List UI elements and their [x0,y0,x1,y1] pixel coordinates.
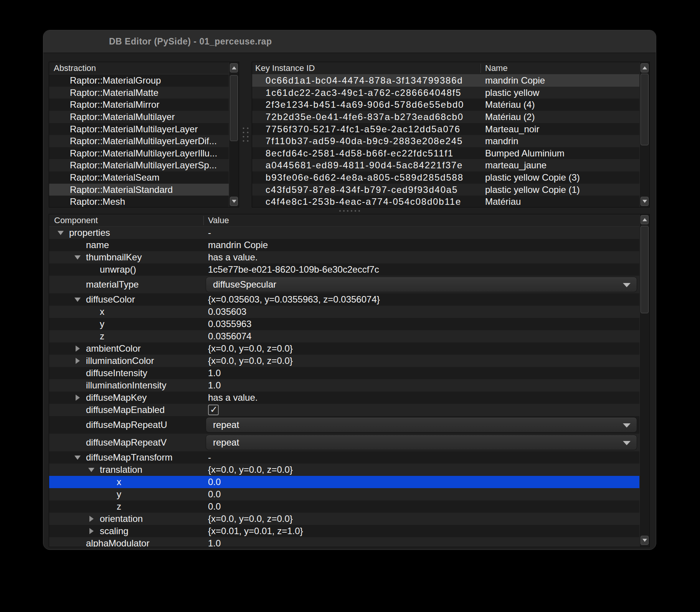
component-tree-row[interactable]: materialTypediffuseSpecular [49,276,639,293]
value-combobox[interactable]: repeat [206,435,637,450]
instance-id-cell: a0445681-ed89-4811-90d4-5ac84221f37e [266,159,463,171]
component-value: {x=0.0, y=0.0, z=0.0} [208,513,293,525]
component-tree-row[interactable]: thumbnailKeyhas a value. [49,251,639,263]
component-tree-row[interactable]: ambientColor{x=0.0, y=0.0, z=0.0} [49,342,639,355]
abstraction-list-item[interactable]: Raptor::MaterialGroup [49,74,229,87]
component-tree-row[interactable]: illuminationIntensity1.0 [49,379,639,392]
horizontal-splitter[interactable] [43,207,656,214]
scroll-down-button[interactable] [641,197,649,206]
component-table-panel: Component Value properties-namemandrin C… [49,214,650,547]
value-combobox[interactable]: repeat [206,417,637,433]
component-tree-row[interactable]: diffuseColor{x=0.035603, y=0.0355963, z=… [49,293,639,306]
window-title: DB Editor (PySide) - 01_perceuse.rap [109,30,272,53]
component-tree-row[interactable]: properties- [49,227,639,239]
component-tree-row[interactable]: y0.0 [49,488,639,500]
abstraction-list-item[interactable]: Raptor::MaterialMatte [49,87,229,99]
component-tree-row[interactable]: alphaModulator1.0 [49,537,639,547]
combobox-selected-value: repeat [213,435,239,450]
value-combobox[interactable]: diffuseSpecular [206,277,637,292]
abstraction-list-item[interactable]: Raptor::Mesh [49,196,229,207]
disclosure-expanded-icon[interactable] [74,298,81,302]
component-tree-row[interactable]: orientation{x=0.0, y=0.0, z=0.0} [49,513,639,525]
instance-table-row[interactable]: b93fe06e-6d62-4e8a-a805-c589d285d588plas… [252,171,639,184]
disclosure-collapsed-icon[interactable] [76,345,80,352]
disclosure-collapsed-icon[interactable] [76,395,80,401]
instance-table-row[interactable]: 8ecfd64c-2581-4d58-b66f-ec22fdc511f1Bump… [252,147,639,160]
disclosure-expanded-icon[interactable] [58,231,64,235]
component-label: diffuseIntensity [86,367,147,379]
component-tree-row[interactable]: diffuseMapRepeatVrepeat [49,434,639,451]
scroll-thumb[interactable] [230,75,238,141]
disclosure-collapsed-icon[interactable] [76,358,80,364]
component-tree-row[interactable]: x0.0 [49,476,639,488]
component-label: diffuseMapRepeatU [86,416,167,434]
component-value: {x=0.0, y=0.0, z=0.0} [208,464,293,476]
scroll-up-button[interactable] [641,215,649,224]
chevron-down-icon [623,283,631,287]
component-tree-row[interactable]: illuminationColor{x=0.0, y=0.0, z=0.0} [49,355,639,367]
component-tree-row[interactable]: z0.0356074 [49,330,639,342]
component-tree-row[interactable]: z0.0 [49,500,639,513]
scroll-up-button[interactable] [641,63,649,72]
component-tree-row[interactable]: unwrap()1c5e77be-e021-8620-109b-6e30c2ec… [49,263,639,276]
component-tree-row[interactable]: translation{x=0.0, y=0.0, z=0.0} [49,464,639,476]
component-tree-row[interactable]: x0.035603 [49,306,639,318]
scroll-thumb[interactable] [641,226,649,313]
abstraction-scrollbar[interactable] [229,62,239,207]
instance-table-row[interactable]: a0445681-ed89-4811-90d4-5ac84221f37emart… [252,159,639,171]
abstraction-list-item[interactable]: Raptor::MaterialMultilayer [49,111,229,123]
instance-name-cell: plastic yellow Copie (1) [485,184,580,196]
instance-table-row[interactable]: 7756f370-5217-4fc1-a59e-2ac12dd5a076Mart… [252,123,639,135]
component-tree-row[interactable]: diffuseMapTransform- [49,451,639,464]
instance-name-cell: plastic yellow [485,87,539,99]
abstraction-list-item[interactable]: Raptor::MaterialStandard [49,184,229,196]
component-tree-row[interactable]: diffuseMapKeyhas a value. [49,392,639,404]
abstraction-list-item[interactable]: Raptor::MaterialMirror [49,99,229,111]
component-tree-row[interactable]: namemandrin Copie [49,239,639,251]
scroll-down-button[interactable] [641,536,649,545]
disclosure-expanded-icon[interactable] [74,456,81,460]
instance-table-row[interactable]: c4f4e8c1-253b-4eac-a774-054c08d0b11eMaté… [252,196,639,207]
component-tree-row[interactable]: scaling{x=0.01, y=0.01, z=1.0} [49,525,639,537]
component-label: orientation [100,513,143,525]
abstraction-list-item[interactable]: Raptor::MaterialSeam [49,171,229,184]
instance-table-row[interactable]: 0c66d1a1-bc04-4474-878a-3f134799386dmand… [252,74,639,87]
instance-name-cell: Matériau (2) [485,111,535,123]
instance-table-row[interactable]: c43fd597-87e8-434f-b797-ced9f93d40a5plas… [252,184,639,196]
instance-table-row[interactable]: 7f110b37-ad59-40da-b9c9-2883e208e245mand… [252,135,639,147]
component-value: {x=0.01, y=0.01, z=1.0} [208,525,303,537]
disclosure-collapsed-icon[interactable] [89,528,94,534]
scroll-thumb[interactable] [641,74,649,145]
instance-id-cell: 1c61dc22-2ac3-49c1-a762-c286664048f5 [266,87,461,99]
disclosure-collapsed-icon[interactable] [89,516,94,522]
scroll-down-button[interactable] [230,197,238,206]
component-tree-row[interactable]: diffuseIntensity1.0 [49,367,639,379]
component-label: scaling [100,525,129,537]
abstraction-list-item[interactable]: Raptor::MaterialMultilayerLayerDif... [49,135,229,147]
component-label: unwrap() [100,263,136,276]
value-checkbox[interactable]: ✓ [208,405,219,415]
component-value: has a value. [208,251,258,263]
titlebar[interactable]: DB Editor (PySide) - 01_perceuse.rap [43,30,656,53]
component-label: x [100,306,104,318]
component-tree-row[interactable]: y0.0355963 [49,318,639,330]
abstraction-list-item[interactable]: Raptor::MaterialMultilayerLayer [49,123,229,135]
component-label: z [117,500,121,513]
component-tree-row[interactable]: diffuseMapRepeatUrepeat [49,416,639,434]
splitter-grip-icon [243,128,248,142]
instance-table-row[interactable]: 2f3e1234-b451-4a69-906d-578d6e55ebd0Maté… [252,99,639,111]
component-label: properties [69,227,110,239]
abstraction-list-item[interactable]: Raptor::MaterialMultilayerLayerIllu... [49,147,229,160]
instance-table-row[interactable]: 1c61dc22-2ac3-49c1-a762-c286664048f5plas… [252,87,639,99]
scroll-up-button[interactable] [230,63,238,72]
instance-scrollbar[interactable] [639,62,649,207]
instance-name-cell: plastic yellow Copie (3) [485,171,580,184]
vertical-splitter[interactable] [239,62,252,207]
component-scrollbar[interactable] [639,214,649,547]
instance-table-row[interactable]: 72b2d35e-0e41-4fe6-837a-b273ead68cb0Maté… [252,111,639,123]
component-label: diffuseMapTransform [86,451,172,464]
disclosure-expanded-icon[interactable] [88,468,94,472]
component-tree-row[interactable]: diffuseMapEnabled✓ [49,404,639,416]
abstraction-list-item[interactable]: Raptor::MaterialMultilayerLayerSp... [49,159,229,171]
disclosure-expanded-icon[interactable] [74,255,81,260]
